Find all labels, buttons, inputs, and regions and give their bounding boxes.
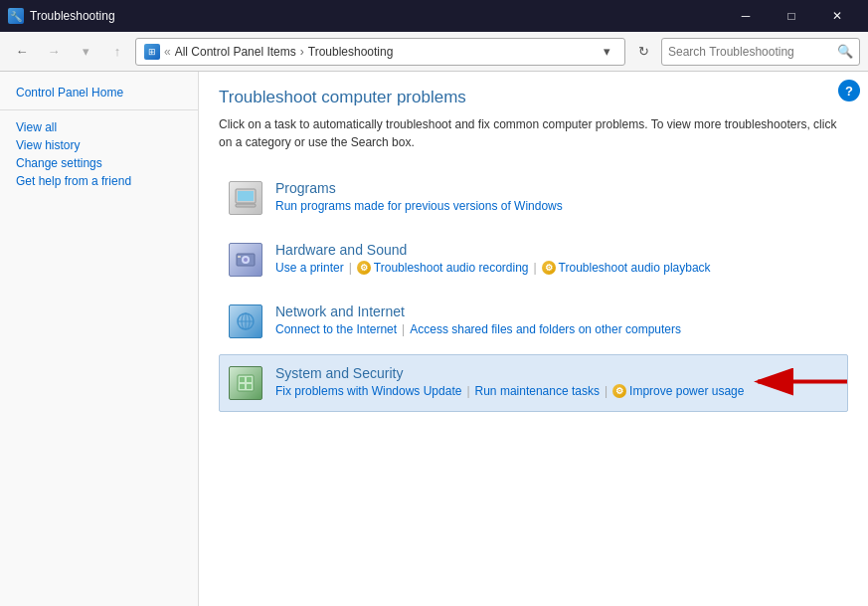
svg-rect-2 [236,204,256,207]
svg-rect-13 [247,377,252,382]
link-connect-internet[interactable]: Connect to the Internet [275,322,397,336]
search-input[interactable] [668,45,833,59]
sidebar-item-change-settings[interactable]: Change settings [0,154,198,172]
category-security[interactable]: System and Security Fix problems with Wi… [219,354,848,412]
separator-1: | [349,261,352,275]
help-button[interactable]: ? [838,80,860,101]
link-audio-recording[interactable]: Troubleshoot audio recording [374,261,529,275]
link-audio-recording-container: ⚙ Troubleshoot audio recording [357,261,529,275]
search-box[interactable]: 🔍 [661,38,860,66]
red-arrow-annotation [738,357,857,410]
link-maintenance-tasks[interactable]: Run maintenance tasks [475,384,600,398]
category-hardware[interactable]: Hardware and Sound Use a printer | ⚙ Tro… [219,231,848,289]
svg-rect-15 [247,384,252,389]
category-links-network: Connect to the Internet | Access shared … [275,322,839,336]
page-title: Troubleshoot computer problems [219,88,848,107]
category-title-hardware: Hardware and Sound [275,242,839,258]
path-separator-left: « [164,45,171,59]
link-use-printer[interactable]: Use a printer [275,261,344,275]
category-icon-security [228,365,263,401]
search-icon: 🔍 [837,44,853,59]
window-title: Troubleshooting [30,9,723,23]
path-dropdown-button[interactable]: ▾ [597,38,616,66]
minimize-button[interactable]: ─ [723,0,769,32]
badge-icon-audio-rec: ⚙ [357,261,371,275]
maximize-button[interactable]: □ [769,0,814,32]
badge-icon-audio-play: ⚙ [542,261,556,275]
up-button[interactable]: ↑ [103,38,131,66]
path-part1: All Control Panel Items [175,45,296,59]
window-controls: ─ □ ✕ [723,0,860,32]
category-content-network: Network and Internet Connect to the Inte… [275,303,839,336]
page-description: Click on a task to automatically trouble… [219,115,848,151]
category-title-programs: Programs [275,180,839,196]
main-layout: Control Panel Home View all View history… [0,72,868,606]
svg-rect-12 [240,377,245,382]
link-power-usage-container: ⚙ Improve power usage [612,384,744,398]
link-run-programs[interactable]: Run programs made for previous versions … [275,199,563,213]
window-icon: 🔧 [8,8,24,24]
badge-icon-power: ⚙ [612,384,626,398]
link-audio-playback[interactable]: Troubleshoot audio playback [559,261,711,275]
category-links-programs: Run programs made for previous versions … [275,199,839,213]
separator-2: | [533,261,536,275]
category-icon-programs [228,180,263,216]
category-programs[interactable]: Programs Run programs made for previous … [219,169,848,227]
refresh-button[interactable]: ↻ [629,38,657,66]
svg-point-5 [244,258,248,262]
category-network[interactable]: Network and Internet Connect to the Inte… [219,293,848,350]
svg-rect-14 [240,384,245,389]
forward-button[interactable]: → [40,38,68,66]
sidebar-item-get-help[interactable]: Get help from a friend [0,172,198,190]
path-arrow: › [300,45,304,59]
svg-rect-1 [238,191,254,201]
red-arrow-svg [738,357,857,407]
separator-4: | [466,384,469,398]
recent-button[interactable]: ▾ [72,38,99,66]
path-icon: ⊞ [144,44,160,60]
category-content-hardware: Hardware and Sound Use a printer | ⚙ Tro… [275,242,839,275]
category-title-network: Network and Internet [275,303,839,319]
sidebar-item-control-panel-home[interactable]: Control Panel Home [0,84,198,101]
category-content-programs: Programs Run programs made for previous … [275,180,839,213]
title-bar: 🔧 Troubleshooting ─ □ ✕ [0,0,868,32]
category-icon-hardware [228,242,263,278]
sidebar-item-view-history[interactable]: View history [0,136,198,154]
back-button[interactable]: ← [8,38,36,66]
path-part2: Troubleshooting [308,45,394,59]
address-bar: ← → ▾ ↑ ⊞ « All Control Panel Items › Tr… [0,32,868,72]
separator-5: | [605,384,608,398]
link-audio-playback-container: ⚙ Troubleshoot audio playback [542,261,711,275]
link-windows-update[interactable]: Fix problems with Windows Update [275,384,461,398]
sidebar-item-view-all[interactable]: View all [0,118,198,136]
close-button[interactable]: ✕ [814,0,860,32]
svg-rect-6 [238,256,241,258]
link-power-usage[interactable]: Improve power usage [629,384,744,398]
link-shared-files[interactable]: Access shared files and folders on other… [410,322,681,336]
content-area: ? Troubleshoot computer problems Click o… [199,72,868,606]
separator-3: | [402,322,405,336]
sidebar: Control Panel Home View all View history… [0,72,199,606]
category-links-hardware: Use a printer | ⚙ Troubleshoot audio rec… [275,261,839,275]
address-path[interactable]: ⊞ « All Control Panel Items › Troublesho… [135,38,625,66]
category-icon-network [228,303,263,339]
